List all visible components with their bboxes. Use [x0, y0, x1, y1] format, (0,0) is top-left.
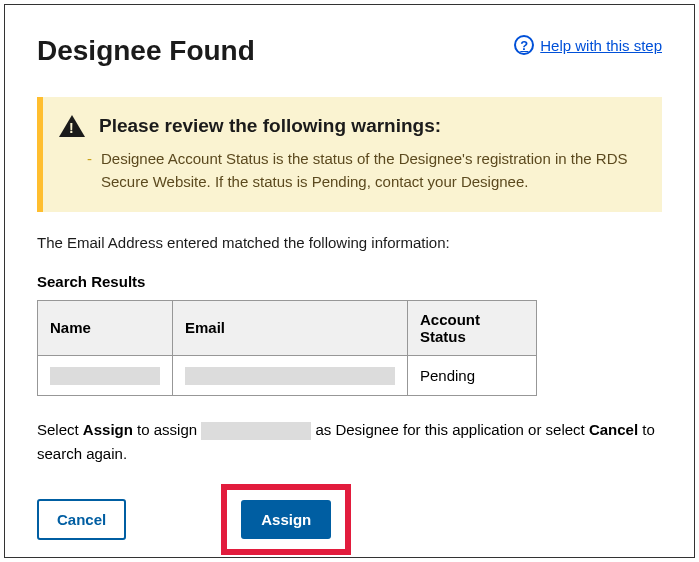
results-label: Search Results [37, 273, 662, 290]
intro-text: The Email Address entered matched the fo… [37, 234, 662, 251]
table-row: Pending [38, 355, 537, 395]
cell-status: Pending [408, 355, 537, 395]
cancel-button[interactable]: Cancel [37, 499, 126, 540]
redacted-name [50, 367, 160, 385]
page-title: Designee Found [37, 35, 255, 67]
results-table: Name Email Account Status Pending [37, 300, 537, 396]
col-name: Name [38, 300, 173, 355]
warning-alert: Please review the following warnings: De… [37, 97, 662, 212]
assign-button[interactable]: Assign [241, 500, 331, 539]
help-link[interactable]: ? Help with this step [514, 35, 662, 55]
col-email: Email [173, 300, 408, 355]
redacted-email [185, 367, 395, 385]
redacted-designee [201, 422, 311, 440]
warning-icon [59, 115, 85, 137]
help-link-label: Help with this step [540, 37, 662, 54]
help-icon: ? [514, 35, 534, 55]
warning-item: Designee Account Status is the status of… [101, 147, 642, 194]
instruction-text: Select Assign to assign as Designee for … [37, 418, 662, 466]
assign-highlight: Assign [221, 484, 351, 555]
col-status: Account Status [408, 300, 537, 355]
warning-title: Please review the following warnings: [99, 115, 441, 137]
